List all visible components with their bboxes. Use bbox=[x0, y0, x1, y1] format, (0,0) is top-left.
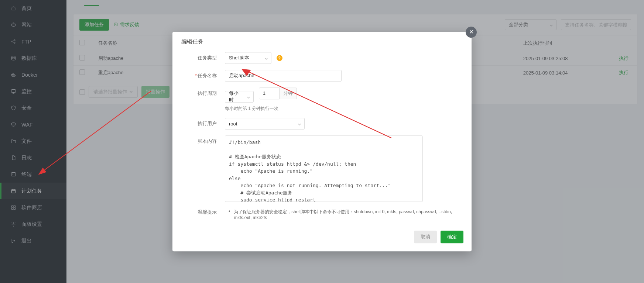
script-textarea[interactable] bbox=[225, 135, 423, 202]
user-value: root bbox=[229, 121, 237, 127]
label-script: 脚本内容 bbox=[187, 135, 217, 145]
cycle-select[interactable]: 每小时 bbox=[225, 91, 254, 103]
help-icon[interactable]: ? bbox=[277, 55, 282, 61]
task-type-select[interactable]: Shell脚本 bbox=[225, 52, 271, 64]
cycle-value: 每小时 bbox=[229, 90, 243, 103]
user-select[interactable]: root bbox=[225, 118, 305, 130]
label-tip: 温馨提示 bbox=[187, 209, 217, 220]
label-cycle: 执行周期 bbox=[187, 87, 217, 97]
task-name-input[interactable] bbox=[225, 70, 342, 82]
cycle-hint: 每小时的第 1 分钟执行一次 bbox=[225, 106, 457, 112]
task-type-value: Shell脚本 bbox=[229, 55, 249, 61]
label-task-name: *任务名称 bbox=[187, 70, 217, 79]
cancel-button[interactable]: 取消 bbox=[414, 231, 437, 243]
cycle-number-input[interactable] bbox=[259, 87, 280, 99]
label-task-type: 任务类型 bbox=[187, 52, 217, 61]
ok-button[interactable]: 确定 bbox=[441, 231, 463, 243]
label-user: 执行用户 bbox=[187, 118, 217, 127]
cycle-unit: 分钟 bbox=[280, 87, 297, 99]
tip-text: 为了保证服务器的安全稳定，shell脚本中以下命令不可使用：shutdown, … bbox=[234, 209, 457, 220]
close-icon[interactable]: ✕ bbox=[466, 27, 477, 38]
edit-task-modal: ✕ 编辑任务 任务类型 Shell脚本 ? *任务名称 bbox=[172, 32, 472, 252]
modal-title: 编辑任务 bbox=[172, 32, 472, 52]
